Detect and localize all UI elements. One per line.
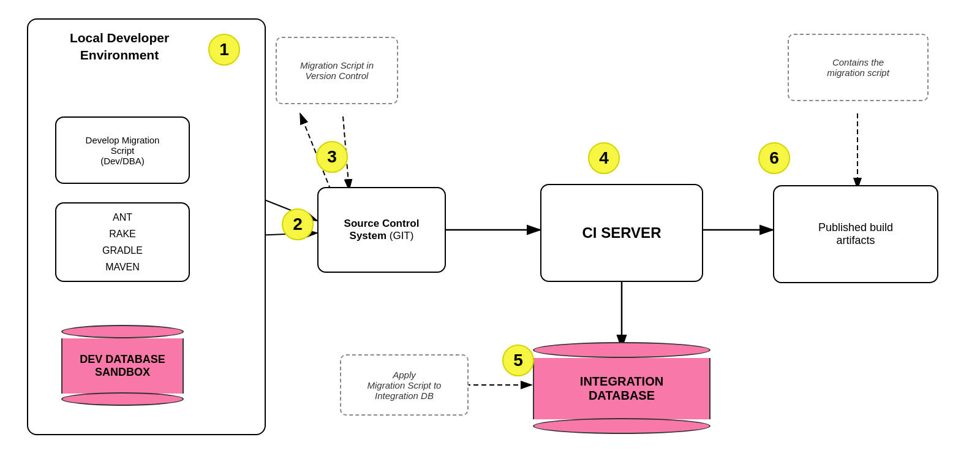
source-control-label: Source ControlSystem (GIT) xyxy=(344,218,420,242)
step-2-circle: 2 xyxy=(282,208,314,240)
build-tools-box: ANTRAKEGRADLEMAVEN xyxy=(55,202,190,282)
apply-migration-box: ApplyMigration Script toIntegration DB xyxy=(340,354,469,416)
step-1-circle: 1 xyxy=(208,34,240,66)
dev-db-bottom xyxy=(61,392,184,406)
integration-db-body: INTEGRATIONDATABASE xyxy=(533,358,710,419)
dev-db-body: DEV DATABASESANDBOX xyxy=(61,338,184,394)
migration-vc-box: Migration Script inVersion Control xyxy=(276,37,398,104)
local-env-title: Local DeveloperEnvironment xyxy=(49,29,190,64)
diagram: Local DeveloperEnvironment 1 Develop Mig… xyxy=(0,0,980,472)
contains-migration-box: Contains themigration script xyxy=(788,34,929,101)
published-artifacts-box: Published buildartifacts xyxy=(773,185,938,283)
ci-server-box: CI SERVER xyxy=(540,184,703,282)
integration-db-bottom xyxy=(533,418,710,434)
step-3-circle: 3 xyxy=(316,141,348,173)
step-4-circle: 4 xyxy=(588,142,620,174)
integration-database-cylinder: INTEGRATIONDATABASE xyxy=(533,342,710,434)
integration-db-top xyxy=(533,342,710,358)
develop-migration-box: Develop MigrationScript(Dev/DBA) xyxy=(55,116,190,184)
dev-db-top xyxy=(61,325,184,338)
dev-database-cylinder: DEV DATABASESANDBOX xyxy=(61,325,184,406)
step-5-circle: 5 xyxy=(502,344,534,376)
step-6-circle: 6 xyxy=(758,142,790,174)
source-control-box: Source ControlSystem (GIT) xyxy=(317,187,446,273)
